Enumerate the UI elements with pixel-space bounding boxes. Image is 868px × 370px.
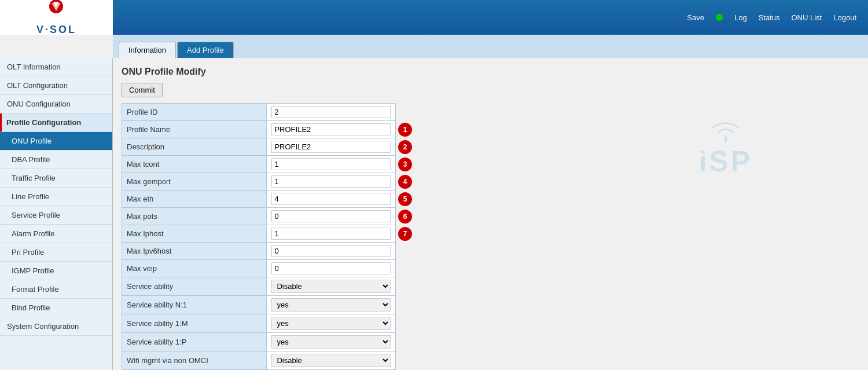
- service-ability-select[interactable]: Disable Enable: [271, 280, 391, 293]
- max-iphost-cell: [267, 225, 396, 243]
- badge-5-cell: 5: [396, 191, 422, 208]
- service-ability-1m-cell: yes no: [267, 314, 396, 333]
- max-eth-input[interactable]: [271, 193, 391, 205]
- main-content: ONU Profile Modify Commit Profile ID Pro…: [113, 58, 868, 370]
- vsol-logo: V·SOL: [36, 0, 76, 36]
- badge-cell-empty8: [396, 351, 422, 370]
- sidebar-item-traffic-profile[interactable]: Traffic Profile: [0, 169, 112, 188]
- sidebar-item-system-configuration[interactable]: System Configuration: [0, 317, 112, 336]
- badge-6: 6: [398, 210, 412, 224]
- profile-name-label: Profile Name: [122, 121, 267, 138]
- sidebar: OLT Information OLT Configuration ONU Co…: [0, 58, 113, 370]
- logo-area: V·SOL: [0, 0, 113, 35]
- sidebar-item-bind-profile[interactable]: Bind Profile: [0, 299, 112, 317]
- table-row-service-ability: Service ability Disable Enable: [122, 277, 422, 296]
- sidebar-item-olt-information[interactable]: OLT Information: [0, 58, 112, 76]
- status-button[interactable]: Status: [759, 13, 780, 22]
- badge-2-cell: 2: [396, 138, 422, 156]
- max-gemport-input[interactable]: [271, 175, 391, 188]
- badge-cell-empty3: [396, 260, 422, 277]
- profile-id-input[interactable]: [271, 106, 391, 118]
- badge-7: 7: [398, 227, 412, 241]
- logout-button[interactable]: Logout: [833, 13, 856, 22]
- form-table: Profile ID Profile Name 1 Description 2: [122, 103, 422, 370]
- max-gemport-cell: [267, 173, 396, 191]
- max-tcont-input[interactable]: [271, 158, 391, 170]
- tab-bar: Information Add Profile: [113, 35, 868, 58]
- onu-list-button[interactable]: ONU List: [792, 13, 822, 22]
- max-pots-cell: [267, 208, 396, 225]
- sidebar-item-alarm-profile[interactable]: Alarm Profile: [0, 225, 112, 243]
- max-eth-cell: [267, 191, 396, 208]
- service-ability-n1-label: Service ability N:1: [122, 296, 267, 314]
- profile-id-cell: [267, 104, 396, 121]
- table-row-max-gemport: Max gemport 4: [122, 173, 422, 191]
- max-iphost-input[interactable]: [271, 228, 391, 240]
- service-ability-1p-cell: yes no: [267, 333, 396, 351]
- max-ipv6host-input[interactable]: [271, 245, 391, 257]
- tab-information[interactable]: Information: [119, 42, 176, 58]
- badge-4: 4: [398, 175, 412, 189]
- status-dot: [716, 14, 723, 21]
- table-row-description: Description 2: [122, 138, 422, 156]
- sidebar-item-line-profile[interactable]: Line Profile: [0, 188, 112, 206]
- sidebar-item-service-profile[interactable]: Service Profile: [0, 206, 112, 225]
- badge-cell-empty6: [396, 314, 422, 333]
- profile-name-input[interactable]: [271, 123, 391, 135]
- max-veip-label: Max veip: [122, 260, 267, 277]
- max-pots-label: Max pots: [122, 208, 267, 225]
- table-row-service-ability-1m: Service ability 1:M yes no: [122, 314, 422, 333]
- sidebar-item-profile-configuration[interactable]: Profile Configuration: [0, 113, 112, 132]
- description-input[interactable]: [271, 141, 391, 153]
- sidebar-item-igmp-profile[interactable]: IGMP Profile: [0, 262, 112, 280]
- sidebar-item-onu-profile[interactable]: ONU Profile: [0, 132, 112, 151]
- sidebar-item-olt-configuration[interactable]: OLT Configuration: [0, 76, 112, 95]
- service-ability-1p-select[interactable]: yes no: [271, 335, 391, 349]
- badge-cell-empty: [396, 104, 422, 121]
- description-label: Description: [122, 138, 267, 156]
- profile-id-label: Profile ID: [122, 104, 267, 121]
- header-right: Save Log Status ONU List Logout: [687, 13, 856, 22]
- table-row-max-iphost: Max Iphost 7: [122, 225, 422, 243]
- sidebar-item-pri-profile[interactable]: Pri Profile: [0, 243, 112, 262]
- save-label: Save: [687, 13, 704, 22]
- sidebar-item-format-profile[interactable]: Format Profile: [0, 280, 112, 299]
- badge-cell-empty4: [396, 277, 422, 296]
- service-ability-1m-label: Service ability 1:M: [122, 314, 267, 333]
- page-title: ONU Profile Modify: [122, 67, 859, 77]
- badge-cell-empty5: [396, 296, 422, 314]
- tab-add-profile[interactable]: Add Profile: [177, 42, 234, 58]
- service-ability-1p-label: Service ability 1:P: [122, 333, 267, 351]
- badge-2: 2: [398, 140, 412, 154]
- table-row-max-eth: Max eth 5: [122, 191, 422, 208]
- service-ability-1m-select[interactable]: yes no: [271, 317, 391, 330]
- table-row-max-ipv6host: Max Ipv6host: [122, 243, 422, 260]
- sidebar-item-onu-configuration[interactable]: ONU Configuration: [0, 95, 112, 113]
- max-ipv6host-label: Max Ipv6host: [122, 243, 267, 260]
- table-row-service-ability-1p: Service ability 1:P yes no: [122, 333, 422, 351]
- service-ability-n1-cell: yes no: [267, 296, 396, 314]
- wifi-mgmt-cell: Disable Enable: [267, 351, 396, 370]
- wifi-mgmt-select[interactable]: Disable Enable: [271, 354, 391, 367]
- badge-7-cell: 7: [396, 225, 422, 243]
- max-ipv6host-cell: [267, 243, 396, 260]
- sidebar-item-dba-profile[interactable]: DBA Profile: [0, 151, 112, 169]
- commit-button[interactable]: Commit: [122, 83, 163, 97]
- log-button[interactable]: Log: [734, 13, 747, 22]
- badge-1: 1: [398, 123, 412, 137]
- table-row-service-ability-n1: Service ability N:1 yes no: [122, 296, 422, 314]
- badge-5: 5: [398, 192, 412, 206]
- table-row-max-veip: Max veip: [122, 260, 422, 277]
- brand-name: V·SOL: [36, 24, 76, 36]
- table-row-profile-name: Profile Name 1: [122, 121, 422, 138]
- max-veip-input[interactable]: [271, 262, 391, 274]
- service-ability-n1-select[interactable]: yes no: [271, 298, 391, 312]
- service-ability-label: Service ability: [122, 277, 267, 296]
- badge-cell-empty2: [396, 243, 422, 260]
- header: V·SOL Save Log Status ONU List Logout: [0, 0, 868, 35]
- max-pots-input[interactable]: [271, 210, 391, 222]
- badge-1-cell: 1: [396, 121, 422, 138]
- max-tcont-cell: [267, 156, 396, 173]
- max-veip-cell: [267, 260, 396, 277]
- table-row-max-tcont: Max tcont 3: [122, 156, 422, 173]
